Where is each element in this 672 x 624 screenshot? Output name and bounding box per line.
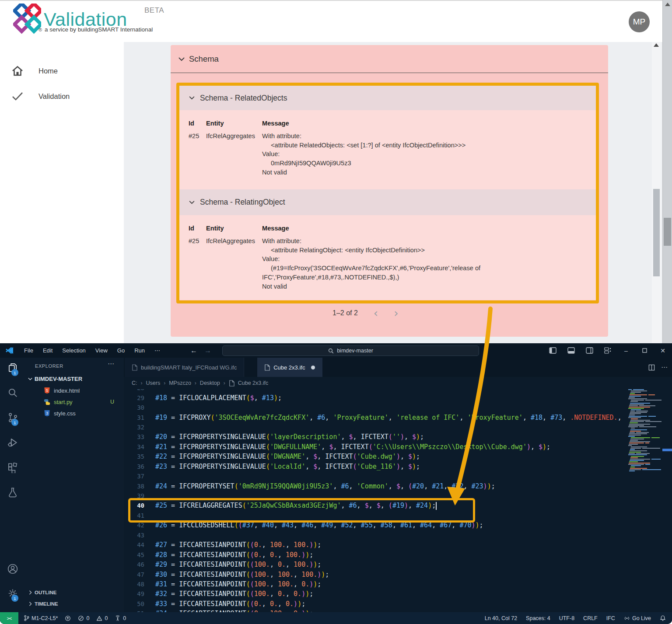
line-number[interactable]: 42 <box>124 522 144 529</box>
file-item-style-css[interactable]: 3style.css <box>24 408 124 419</box>
search-input[interactable]: bimdev-master <box>222 345 479 356</box>
status-item[interactable]: Spaces: 4 <box>526 615 550 621</box>
menu-item-run[interactable]: Run <box>130 347 150 354</box>
status-item[interactable]: Go Live <box>624 615 651 621</box>
status-item[interactable]: CRLF <box>583 615 598 621</box>
folder-root[interactable]: BIMDEV-MASTER <box>24 373 124 384</box>
sidebar-item-validation[interactable]: Validation <box>0 87 124 106</box>
code-line[interactable]: 30 <box>124 403 672 412</box>
code-line[interactable]: 41 <box>124 511 672 520</box>
panel-scrollbar-thumb[interactable] <box>653 189 660 276</box>
line-number[interactable]: 32 <box>124 424 144 431</box>
close-button[interactable]: ✕ <box>654 343 672 358</box>
browser-scrollbar[interactable] <box>662 0 672 343</box>
scroll-up-arrow-icon[interactable] <box>654 43 659 47</box>
timeline-section[interactable]: TIMELINE <box>24 599 124 609</box>
next-page-button[interactable]: › <box>394 309 398 317</box>
line-number[interactable]: 44 <box>124 541 144 548</box>
breadcrumb-item[interactable]: C: <box>132 380 137 386</box>
code-line[interactable]: 34#21 = IFCPROPERTYSINGLEVALUE('DWGFULLN… <box>124 442 672 452</box>
outline-section[interactable]: OUTLINE <box>24 587 124 598</box>
line-number[interactable]: 34 <box>124 443 144 450</box>
line-number[interactable]: 48 <box>124 581 144 588</box>
schema-section-header[interactable]: Schema <box>178 54 219 64</box>
status-error[interactable]: 0 <box>78 615 89 621</box>
code-editor[interactable]: 2829#18 = IFCLOCALPLACEMENT($, #13);3031… <box>124 389 672 612</box>
menu-item-view[interactable]: View <box>91 347 112 354</box>
line-number[interactable]: 41 <box>124 512 144 519</box>
menu-item-file[interactable]: File <box>19 347 38 354</box>
status-branch[interactable]: M1-C2-L5* <box>24 615 58 621</box>
code-line[interactable]: 50#33 = IFCCARTESIANPOINT((0., 0., 0.)); <box>124 599 672 609</box>
code-line[interactable]: 48#31 = IFCCARTESIANPOINT((100., 100., 0… <box>124 579 672 589</box>
line-number[interactable]: 39 <box>124 492 144 499</box>
code-line[interactable]: 47#30 = IFCCARTESIANPOINT((100., 100., 1… <box>124 569 672 579</box>
code-line[interactable]: 42#26 = IFCCLOSEDSHELL((#37, #40, #43, #… <box>124 520 672 530</box>
line-number[interactable]: 40 <box>124 502 144 509</box>
code-line[interactable]: 35#22 = IFCPROPERTYSINGLEVALUE('DWGNAME'… <box>124 452 672 461</box>
status-item[interactable]: UTF-8 <box>559 615 574 621</box>
status-tower[interactable]: 0 <box>115 615 126 621</box>
code-line[interactable]: 32 <box>124 422 672 432</box>
line-number[interactable]: 36 <box>124 463 144 470</box>
line-number[interactable]: 46 <box>124 561 144 568</box>
breadcrumb-item[interactable]: Desktop <box>200 380 220 386</box>
activitybar-accounts-icon[interactable] <box>7 563 18 575</box>
toggle-sidebar-icon[interactable] <box>543 343 562 358</box>
editor-tab[interactable]: buildingSMART Italy_IFCRoad WG.ifc <box>125 358 244 377</box>
line-number[interactable]: 45 <box>124 551 144 558</box>
activitybar-search-icon[interactable] <box>7 387 18 398</box>
code-line[interactable]: 51#34 = IFCCARTESIANPOINT((0., 100., 0.)… <box>124 609 672 612</box>
line-number[interactable]: 28 <box>124 389 144 391</box>
code-line[interactable]: 31#19 = IFCPROXY('3SOCEeqWvAre7fcZqdcKFX… <box>124 412 672 422</box>
file-item-start-py[interactable]: start.pyU <box>24 396 124 408</box>
line-number[interactable]: 30 <box>124 404 144 411</box>
menu-item-edit[interactable]: Edit <box>38 347 57 354</box>
breadcrumb-item[interactable]: MPszczo <box>169 380 191 386</box>
panel-scrollbar[interactable] <box>652 42 661 343</box>
browser-scrollbar-thumb[interactable] <box>664 218 671 246</box>
sidebar-item-home[interactable]: Home <box>0 61 124 80</box>
menu-item-[interactable]: ⋯ <box>150 347 165 354</box>
status-item[interactable]: Ln 40, Col 72 <box>485 615 517 621</box>
subsection-header[interactable]: Schema - RelatingObject <box>179 189 596 215</box>
code-line[interactable]: 38#24 = IFCPROPERTYSET('0mRd9NjI59QQAW0j… <box>124 481 672 491</box>
code-line[interactable]: 37 <box>124 471 672 481</box>
subsection-header[interactable]: Schema - RelatedObjects <box>179 86 596 110</box>
code-line[interactable]: 40#25 = IFCRELAGGREGATES('25JaQwCSbBAxsa… <box>124 501 672 510</box>
forward-button[interactable]: → <box>204 347 211 355</box>
remote-indicator[interactable]: >< <box>0 612 18 624</box>
status-item[interactable]: IFC <box>606 615 615 621</box>
line-number[interactable]: 31 <box>124 414 144 421</box>
code-line[interactable]: 43 <box>124 530 672 540</box>
prev-page-button[interactable]: ‹ <box>374 309 378 317</box>
toggle-secondary-sidebar-icon[interactable] <box>580 343 598 358</box>
code-line[interactable]: 28 <box>124 389 672 393</box>
maximize-button[interactable] <box>635 343 654 358</box>
code-line[interactable]: 45#28 = IFCCARTESIANPOINT((0., 0., 100.)… <box>124 550 672 559</box>
line-number[interactable]: 50 <box>124 600 144 607</box>
line-number[interactable]: 29 <box>124 394 144 401</box>
line-number[interactable]: 35 <box>124 453 144 460</box>
status-warning[interactable]: 0 <box>96 615 108 621</box>
line-number[interactable]: 33 <box>124 433 144 440</box>
menu-item-selection[interactable]: Selection <box>57 347 90 354</box>
line-number[interactable]: 43 <box>124 532 144 539</box>
code-line[interactable]: 44#27 = IFCCARTESIANPOINT((0., 100., 100… <box>124 540 672 550</box>
file-item-index-html[interactable]: 5index.html <box>24 385 124 396</box>
line-number[interactable]: 47 <box>124 571 144 578</box>
menu-item-go[interactable]: Go <box>112 347 130 354</box>
activitybar-testing-icon[interactable] <box>7 487 18 498</box>
breadcrumb-file[interactable]: Cube 2x3.ifc <box>238 380 268 386</box>
code-line[interactable]: 29#18 = IFCLOCALPLACEMENT($, #13); <box>124 393 672 402</box>
more-actions-icon[interactable]: ⋯ <box>661 363 668 371</box>
status-item[interactable] <box>660 615 666 621</box>
scroll-up-arrow-icon[interactable] <box>665 3 670 6</box>
editor-tab[interactable]: Cube 2x3.ifc <box>257 358 322 377</box>
code-line[interactable]: 36#23 = IFCPROPERTYSINGLEVALUE('LocalId'… <box>124 462 672 471</box>
back-button[interactable]: ← <box>190 347 197 355</box>
activitybar-extensions-icon[interactable] <box>7 462 18 473</box>
breadcrumb-item[interactable]: Users <box>146 380 161 386</box>
code-line[interactable]: 49#32 = IFCCARTESIANPOINT((100., 0., 0.)… <box>124 589 672 599</box>
minimize-button[interactable]: – <box>617 343 635 358</box>
